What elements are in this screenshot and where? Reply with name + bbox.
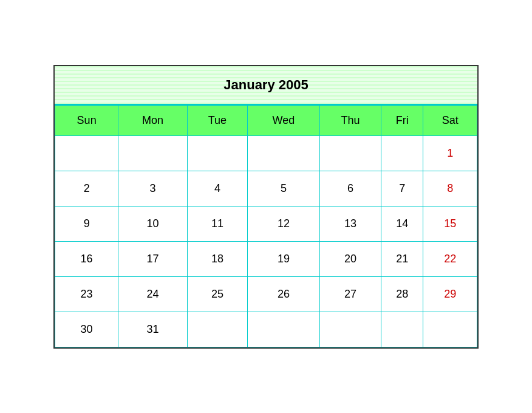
header-thu: Thu <box>319 105 381 135</box>
calendar-cell: 30 <box>55 312 118 347</box>
table-row: 9101112131415 <box>55 206 477 241</box>
calendar-cell: 1 <box>423 135 477 171</box>
calendar-cell: 9 <box>55 206 118 241</box>
header-fri: Fri <box>381 105 423 135</box>
calendar-cell: 15 <box>423 206 477 241</box>
calendar-cell: 6 <box>319 171 381 206</box>
calendar-cell: 24 <box>118 276 188 312</box>
calendar-cell: 25 <box>187 276 247 312</box>
calendar-table: Sun Mon Tue Wed Thu Fri Sat 123456789101… <box>55 105 477 347</box>
calendar-cell: 2 <box>55 171 118 206</box>
calendar-cell: 29 <box>423 276 477 312</box>
table-row: 1 <box>55 135 477 171</box>
calendar-cell: 17 <box>118 241 188 276</box>
calendar-cell: 11 <box>187 206 247 241</box>
calendar-cell <box>55 135 118 171</box>
calendar-cell: 5 <box>247 171 319 206</box>
calendar-cell: 31 <box>118 312 188 347</box>
calendar-cell <box>319 135 381 171</box>
header-wed: Wed <box>247 105 319 135</box>
calendar-title: January 2005 <box>55 66 477 105</box>
calendar-cell <box>381 135 423 171</box>
calendar-cell: 28 <box>381 276 423 312</box>
calendar-cell: 23 <box>55 276 118 312</box>
header-tue: Tue <box>187 105 247 135</box>
header-mon: Mon <box>118 105 188 135</box>
calendar-cell <box>187 135 247 171</box>
calendar-cell <box>247 135 319 171</box>
calendar-cell: 3 <box>118 171 188 206</box>
table-row: 23242526272829 <box>55 276 477 312</box>
calendar-cell: 22 <box>423 241 477 276</box>
calendar-cell: 14 <box>381 206 423 241</box>
calendar-cell: 7 <box>381 171 423 206</box>
calendar-cell <box>187 312 247 347</box>
calendar-cell: 13 <box>319 206 381 241</box>
table-row: 16171819202122 <box>55 241 477 276</box>
calendar-cell <box>319 312 381 347</box>
calendar-cell: 10 <box>118 206 188 241</box>
calendar-cell: 8 <box>423 171 477 206</box>
calendar-cell <box>247 312 319 347</box>
table-row: 2345678 <box>55 171 477 206</box>
calendar: January 2005 Sun Mon Tue Wed Thu Fri Sat… <box>53 65 479 349</box>
header-sun: Sun <box>55 105 118 135</box>
header-sat: Sat <box>423 105 477 135</box>
calendar-cell <box>118 135 188 171</box>
calendar-body: 1234567891011121314151617181920212223242… <box>55 135 477 347</box>
calendar-cell: 27 <box>319 276 381 312</box>
calendar-cell <box>423 312 477 347</box>
calendar-cell: 26 <box>247 276 319 312</box>
day-header-row: Sun Mon Tue Wed Thu Fri Sat <box>55 105 477 135</box>
calendar-cell: 21 <box>381 241 423 276</box>
calendar-cell: 12 <box>247 206 319 241</box>
calendar-cell: 19 <box>247 241 319 276</box>
calendar-cell: 16 <box>55 241 118 276</box>
calendar-cell: 20 <box>319 241 381 276</box>
calendar-cell <box>381 312 423 347</box>
calendar-cell: 4 <box>187 171 247 206</box>
table-row: 3031 <box>55 312 477 347</box>
calendar-cell: 18 <box>187 241 247 276</box>
